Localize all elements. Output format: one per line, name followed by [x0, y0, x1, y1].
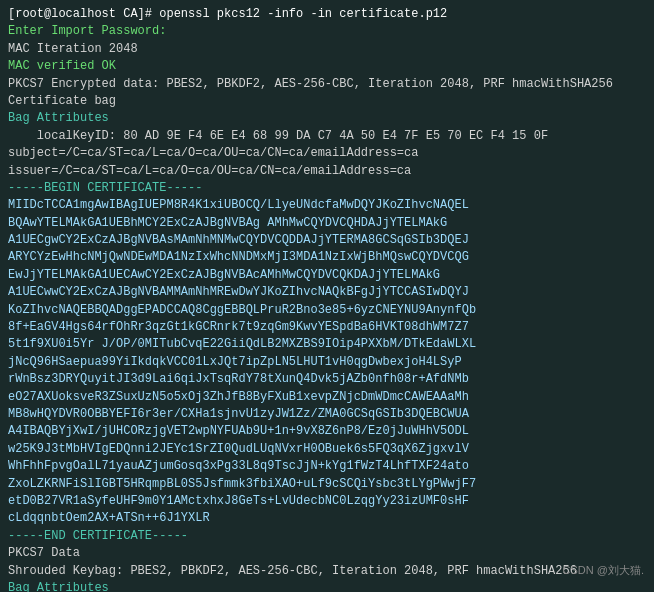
terminal-line: MB8wHQYDVR0OBBYEFI6r3er/CXHa1sjnvU1zyJW1… [8, 406, 646, 423]
terminal-line: rWnBsz3DRYQuyitJI3d9Lai6qiJxTsqRdY78tXun… [8, 371, 646, 388]
terminal-line: WhFhhFpvgOalL71yauAZjumGosq3xPg33L8q9Tsc… [8, 458, 646, 475]
terminal-line: Enter Import Password: [8, 23, 646, 40]
terminal-line: w25K9J3tMbHVIgEDQnni2JEYc1SrZI0QudLUqNVx… [8, 441, 646, 458]
terminal-line: [root@localhost CA]# openssl pkcs12 -inf… [8, 6, 646, 23]
terminal-line: PKCS7 Encrypted data: PBES2, PBKDF2, AES… [8, 76, 646, 93]
terminal-line: BQAwYTELMAkGA1UEBhMCY2ExCzAJBgNVBAg AMhM… [8, 215, 646, 232]
watermark: CSDN @刘大猫. [563, 563, 644, 578]
terminal-line: A1UECwwCY2ExCzAJBgNVBAMMAmNhMREwDwYJKoZI… [8, 284, 646, 301]
terminal-window: [root@localhost CA]# openssl pkcs12 -inf… [0, 0, 654, 592]
terminal-line: EwJjYTELMAkGA1UECAwCY2ExCzAJBgNVBAcAMhMw… [8, 267, 646, 284]
terminal-line: Bag Attributes [8, 110, 646, 127]
terminal-line: jNcQ96HSaepua99YiIkdqkVCC01LxJQt7ipZpLN5… [8, 354, 646, 371]
terminal-line: -----BEGIN CERTIFICATE----- [8, 180, 646, 197]
terminal-line: PKCS7 Data [8, 545, 646, 562]
terminal-line: 8f+EaGV4Hgs64rfOhRr3qzGt1kGCRnrk7t9zqGm9… [8, 319, 646, 336]
terminal-line: -----END CERTIFICATE----- [8, 528, 646, 545]
terminal-line: KoZIhvcNAQEBBQADggEPADCCAQ8CggEBBQLPruR2… [8, 302, 646, 319]
terminal-line: Bag Attributes [8, 580, 646, 592]
terminal-line: A4IBAQBYjXwI/jUHCORzjgVET2wpNYFUAb9U+1n+… [8, 423, 646, 440]
terminal-line: ARYCYzEwHhcNMjQwNDEwMDA1NzIxWhcNNDMxMjI3… [8, 249, 646, 266]
terminal-line: MAC verified OK [8, 58, 646, 75]
terminal-line: localKeyID: 80 AD 9E F4 6E E4 68 99 DA C… [8, 128, 646, 145]
terminal-line: subject=/C=ca/ST=ca/L=ca/O=ca/OU=ca/CN=c… [8, 145, 646, 162]
terminal-line: cLdqqnbtOem2AX+ATSn++6J1YXLR [8, 510, 646, 527]
terminal-line: A1UECgwCY2ExCzAJBgNVBAsMAmNhMNMwCQYDVCQD… [8, 232, 646, 249]
terminal-line: Shrouded Keybag: PBES2, PBKDF2, AES-256-… [8, 563, 646, 580]
terminal-line: Certificate bag [8, 93, 646, 110]
terminal-line: eO27AXUoksveR3ZSuxUzN5o5xOj3ZhJfB8ByFXuB… [8, 389, 646, 406]
terminal-line: issuer=/C=ca/ST=ca/L=ca/O=ca/OU=ca/CN=ca… [8, 163, 646, 180]
terminal-line: 5t1f9XU0i5Yr J/OP/0MITubCvqE22GiiQdLB2MX… [8, 336, 646, 353]
terminal-line: ZxoLZKRNFiSlIGBT5HRqmpBL0S5Jsfmmk3fbiXAO… [8, 476, 646, 493]
terminal-line: etD0B27VR1aSyfeUHF9m0Y1AMctxhxJ8GeTs+LvU… [8, 493, 646, 510]
terminal-line: MAC Iteration 2048 [8, 41, 646, 58]
terminal-line: MIIDcTCCA1mgAwIBAgIUEPM8R4K1xiUBOCQ/Llye… [8, 197, 646, 214]
